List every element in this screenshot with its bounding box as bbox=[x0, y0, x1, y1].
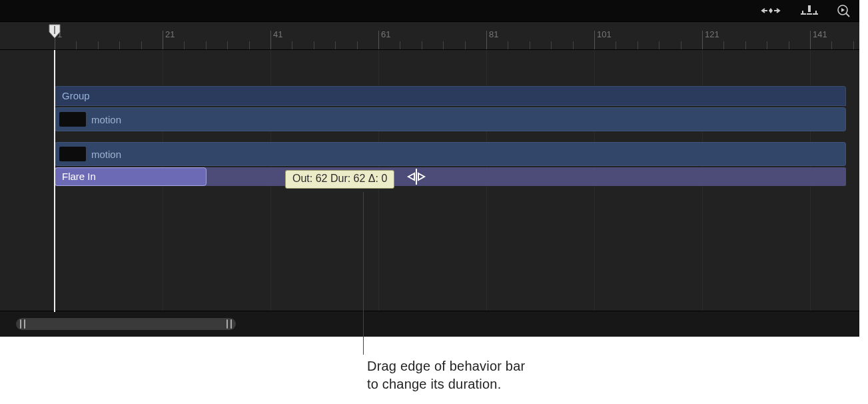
track-area: Group motion motion Flare In bbox=[0, 50, 859, 312]
clip-thumbnail bbox=[59, 147, 86, 161]
zoom-handle-left[interactable] bbox=[20, 319, 25, 329]
behavior-track[interactable]: Flare In bbox=[55, 167, 846, 186]
caption-line-1: Drag edge of behavior bar bbox=[367, 359, 525, 373]
clip-label: motion bbox=[91, 114, 121, 125]
clip-row[interactable]: motion bbox=[55, 107, 846, 131]
svg-line-9 bbox=[846, 13, 849, 17]
timeline-footer bbox=[0, 311, 859, 337]
timeline-ruler[interactable]: 121416181101121141 bbox=[0, 23, 859, 50]
svg-marker-13 bbox=[408, 173, 414, 180]
ruler-tick-label: 41 bbox=[273, 29, 282, 39]
svg-rect-4 bbox=[807, 13, 812, 15]
svg-marker-14 bbox=[418, 173, 424, 180]
caption-line-2: to change its duration. bbox=[367, 377, 501, 391]
zoom-handle-right[interactable] bbox=[226, 319, 232, 329]
group-header[interactable]: Group bbox=[55, 86, 846, 106]
clip-row[interactable]: motion bbox=[55, 142, 846, 166]
ruler-tick-label: 61 bbox=[381, 29, 390, 39]
svg-rect-3 bbox=[813, 13, 818, 15]
ruler-tick-label: 21 bbox=[165, 29, 175, 39]
caption-leader-line bbox=[363, 192, 364, 355]
playhead-marker[interactable] bbox=[49, 24, 61, 39]
ruler-tick-label: 101 bbox=[597, 29, 612, 39]
svg-rect-2 bbox=[801, 13, 806, 15]
svg-rect-1 bbox=[808, 5, 811, 12]
ruler-tick-label: 121 bbox=[705, 29, 719, 39]
keyframe-jump-icon[interactable] bbox=[759, 5, 782, 16]
ruler-tick-label: 81 bbox=[489, 29, 498, 39]
svg-rect-6 bbox=[815, 11, 817, 13]
clip-thumbnail bbox=[59, 112, 86, 127]
svg-marker-0 bbox=[769, 8, 773, 13]
behavior-bar[interactable]: Flare In bbox=[55, 167, 207, 186]
clip-bar[interactable]: motion bbox=[55, 142, 846, 166]
clip-label: motion bbox=[91, 149, 121, 160]
svg-rect-5 bbox=[802, 11, 803, 13]
svg-marker-8 bbox=[841, 8, 845, 12]
snapping-icon[interactable] bbox=[801, 5, 818, 16]
caption-text: Drag edge of behavior bar to change its … bbox=[367, 357, 525, 393]
behavior-bar-label: Flare In bbox=[62, 171, 96, 182]
ruler-tick-label: 141 bbox=[813, 29, 827, 39]
timeline-toolbar bbox=[0, 0, 859, 22]
preview-play-icon[interactable] bbox=[837, 4, 850, 17]
group-header-label: Group bbox=[62, 90, 90, 101]
trim-edge-handle[interactable] bbox=[406, 169, 426, 185]
zoom-slider[interactable] bbox=[16, 318, 236, 330]
clip-bar[interactable]: motion bbox=[55, 107, 846, 131]
